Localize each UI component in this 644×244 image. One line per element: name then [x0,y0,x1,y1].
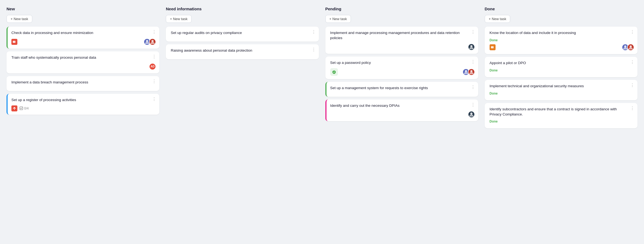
card[interactable]: ⋮Identify subcontractors and ensure that… [485,103,637,129]
card-menu-button[interactable]: ⋮ [471,103,475,107]
card[interactable]: ⋮Know the location of data and include i… [485,27,637,54]
avatar [468,111,475,118]
card-footer: AD [11,63,156,70]
card-title: Implement technical and organizational s… [490,84,634,89]
avatar-group: AD [149,63,156,70]
card-footer [11,38,156,45]
card-title: Set up regular audits on privacy complia… [171,30,315,36]
card-title: Check data in processing and ensure mini… [11,30,156,36]
card[interactable]: ⋮Set up a password policy [325,57,478,79]
avatar-group [622,44,634,51]
card-title: Implement and manage processing manageme… [330,30,475,41]
card-title: Set up a management system for requests … [330,86,475,91]
card-menu-button[interactable]: ⋮ [630,106,635,111]
card-menu-button[interactable]: ⋮ [630,30,635,34]
card-title: Implement a data breach management proce… [11,80,156,85]
card-footer: 0/4 [11,105,156,111]
card[interactable]: ⋮Train staff who systematically process … [7,51,159,73]
status-badge: Done [490,92,634,95]
cards-list: ⋮Check data in processing and ensure min… [7,27,159,115]
tag-icon [490,44,496,50]
status-badge: Done [490,120,634,123]
svg-point-12 [630,45,632,48]
card-title: Set up a password policy [330,60,475,65]
cards-list: ⋮Implement and manage processing managem… [325,27,478,121]
cards-list: ⋮Know the location of data and include i… [485,27,637,128]
svg-point-11 [624,45,626,48]
column-need-informations: Need informations+ New task⋮Set up regul… [166,7,319,59]
card[interactable]: ⋮Set up a management system for requests… [325,82,478,97]
avatar-group [462,68,475,76]
avatar [149,38,156,45]
card-footer [490,44,634,51]
card-menu-button[interactable]: ⋮ [630,60,635,64]
card-menu-button[interactable]: ⋮ [312,48,316,52]
card-menu-button[interactable]: ⋮ [471,85,475,89]
card-menu-button[interactable]: ⋮ [152,30,157,34]
avatar-group [144,38,156,45]
column-header: New [7,7,159,11]
svg-point-2 [146,40,148,42]
column-new: New+ New task⋮Check data in processing a… [7,7,159,115]
avatar: AD [149,63,156,70]
avatar-group [468,111,475,118]
kanban-board: New+ New task⋮Check data in processing a… [7,7,637,128]
cards-list: ⋮Set up regular audits on privacy compli… [166,27,319,59]
svg-point-7 [470,70,472,72]
card-meta [330,68,338,76]
card-title: Identify and carry out the necessary DPI… [330,103,475,108]
avatar [468,68,475,76]
checklist-info: 0/4 [20,107,29,110]
svg-point-5 [470,45,472,47]
card-menu-button[interactable]: ⋮ [630,83,635,87]
card-title: Know the location of data and include it… [490,30,634,36]
card-meta [11,39,17,45]
column-pending: Pending+ New task⋮Implement and manage p… [325,7,478,121]
card-footer [330,111,475,118]
avatar [627,44,634,51]
tag-icon [11,39,17,45]
card-meta [490,44,496,50]
card-menu-button[interactable]: ⋮ [152,55,157,59]
card[interactable]: ⋮Implement technical and organizational … [485,80,637,100]
card-menu-button[interactable]: ⋮ [471,30,475,34]
card-menu-button[interactable]: ⋮ [312,30,316,34]
status-badge: Done [490,68,634,72]
column-done: Done+ New task⋮Know the location of data… [485,7,637,128]
svg-point-6 [465,70,467,72]
card[interactable]: ⋮Raising awareness about personal data p… [166,44,319,59]
svg-point-3 [151,40,154,42]
card[interactable]: ⋮Set up a register of processing activit… [7,94,159,115]
card-footer [330,43,475,51]
card[interactable]: ⋮Check data in processing and ensure min… [7,27,159,49]
card-title: Appoint a pilot or DPO [490,61,634,66]
new-task-button[interactable]: + New task [485,15,510,23]
new-task-button[interactable]: + New task [325,15,351,23]
card[interactable]: ⋮Appoint a pilot or DPODone [485,57,637,77]
svg-point-8 [470,112,472,115]
svg-point-1 [13,41,14,42]
card[interactable]: ⋮Implement and manage processing managem… [325,27,478,54]
new-task-button[interactable]: + New task [7,15,32,23]
shield-icon [330,68,338,76]
column-header: Pending [325,7,478,11]
avatar [468,43,475,51]
avatar-group [468,43,475,51]
card-title: Identify subcontractors and ensure that … [490,107,634,117]
card[interactable]: ⋮Implement a data breach management proc… [7,76,159,91]
card-title: Set up a register of processing activiti… [11,98,156,103]
checklist-count: 0/4 [24,107,29,110]
new-task-button[interactable]: + New task [166,15,192,23]
column-header: Done [485,7,637,11]
card[interactable]: ⋮Identify and carry out the necessary DP… [325,99,478,121]
priority-icon [11,105,17,111]
card-title: Train staff who systematically process p… [11,55,156,60]
card-title: Raising awareness about personal data pr… [171,48,315,53]
card-menu-button[interactable]: ⋮ [471,60,475,64]
card[interactable]: ⋮Set up regular audits on privacy compli… [166,27,319,42]
status-badge: Done [490,38,634,42]
card-menu-button[interactable]: ⋮ [152,97,157,101]
card-menu-button[interactable]: ⋮ [152,79,157,84]
card-meta: 0/4 [11,105,29,111]
column-header: Need informations [166,7,319,11]
